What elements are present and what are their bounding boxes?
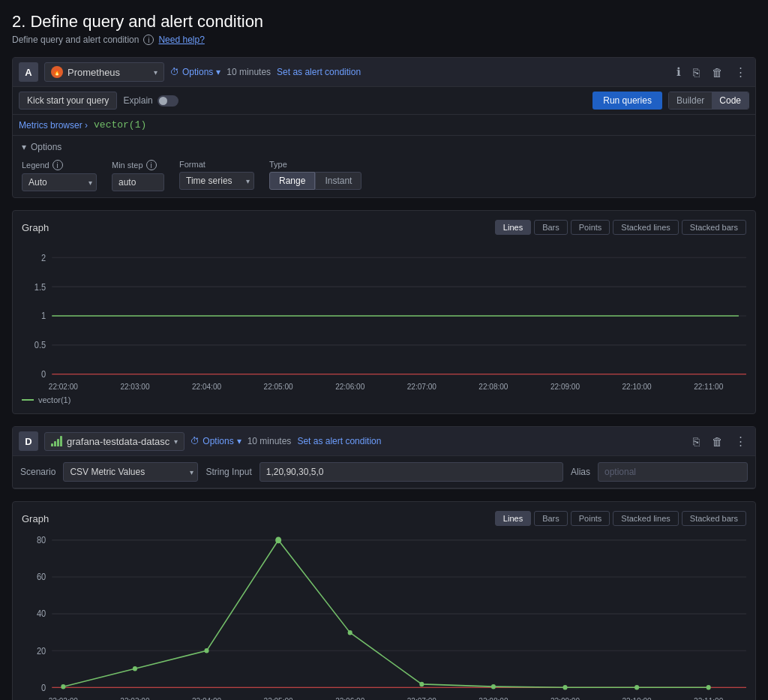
legend-select[interactable]: Auto Verbose bbox=[22, 173, 97, 191]
options-button-d[interactable]: ⏱ Options ▾ bbox=[190, 436, 241, 446]
toggle-knob bbox=[159, 97, 167, 105]
format-field: Format Time series Table bbox=[179, 160, 254, 190]
svg-point-46 bbox=[419, 682, 424, 687]
svg-text:22:08:00: 22:08:00 bbox=[478, 381, 508, 391]
graph-tab-bars-d[interactable]: Bars bbox=[534, 511, 568, 526]
more-btn-a[interactable]: ⋮ bbox=[732, 62, 749, 82]
explain-toggle: Explain bbox=[123, 95, 178, 107]
graph-tab-stacked-bars-a[interactable]: Stacked bars bbox=[682, 220, 746, 235]
minstep-input[interactable] bbox=[112, 173, 164, 191]
time-range-d: 10 minutes bbox=[248, 436, 292, 446]
svg-text:0.5: 0.5 bbox=[34, 340, 46, 350]
query-letter-d[interactable]: D bbox=[19, 431, 38, 451]
graph-type-tabs-d: Lines Bars Points Stacked lines Stacked … bbox=[495, 511, 746, 526]
copy-btn-d[interactable]: ⎘ bbox=[690, 432, 703, 451]
svg-text:0: 0 bbox=[41, 683, 46, 692]
query-input-a[interactable] bbox=[94, 119, 749, 131]
minstep-info-icon[interactable]: i bbox=[146, 160, 157, 170]
svg-point-41 bbox=[61, 684, 65, 689]
graph-tab-points-a[interactable]: Points bbox=[571, 220, 610, 235]
more-btn-d[interactable]: ⋮ bbox=[732, 431, 749, 451]
options-section-label: Options bbox=[31, 142, 62, 152]
graph-tab-stacked-bars-d[interactable]: Stacked bars bbox=[682, 511, 746, 526]
legend-info-icon[interactable]: i bbox=[52, 160, 63, 170]
set-alert-link-d[interactable]: Set as alert condition bbox=[297, 436, 381, 446]
grafana-testdata-icon bbox=[51, 436, 62, 446]
svg-text:22:03:00: 22:03:00 bbox=[120, 697, 149, 700]
options-grid: Legend i Auto Verbose Min step i F bbox=[22, 160, 746, 191]
copy-btn-a[interactable]: ⎘ bbox=[690, 63, 703, 82]
alias-label: Alias bbox=[571, 467, 590, 477]
svg-text:22:06:00: 22:06:00 bbox=[335, 381, 364, 391]
svg-point-43 bbox=[205, 648, 209, 653]
builder-code-tabs: Builder Code bbox=[668, 92, 749, 110]
graph-tab-stacked-lines-a[interactable]: Stacked lines bbox=[613, 220, 678, 235]
query-panel-a: A 🔥 Prometheus ▾ ⏱ Options ▾ 10 minutes … bbox=[12, 57, 756, 198]
options-section: ▾ Options Legend i Auto Verbose Min step bbox=[13, 136, 755, 197]
svg-text:22:09:00: 22:09:00 bbox=[550, 697, 580, 700]
graph-area-d: 80 60 40 20 0 22:02:00 22:03:00 22:04:00… bbox=[22, 532, 746, 700]
set-alert-link-a[interactable]: Set as alert condition bbox=[277, 67, 361, 77]
graph-tab-lines-a[interactable]: Lines bbox=[495, 220, 531, 235]
graph-area-a: 2 1.5 1 0.5 0 22:02:00 22:03:00 22:04:00… bbox=[22, 241, 746, 391]
svg-text:22:07:00: 22:07:00 bbox=[407, 697, 436, 700]
scenario-select[interactable]: CSV Metric Values Random Walk bbox=[63, 462, 198, 482]
graph-tab-stacked-lines-d[interactable]: Stacked lines bbox=[613, 511, 678, 526]
graph-tab-bars-a[interactable]: Bars bbox=[534, 220, 568, 235]
range-button[interactable]: Range bbox=[269, 172, 315, 190]
graph-type-tabs-a: Lines Bars Points Stacked lines Stacked … bbox=[495, 220, 746, 235]
code-tab[interactable]: Code bbox=[712, 92, 748, 109]
chevron-options-a: ▾ bbox=[216, 67, 220, 77]
svg-text:22:09:00: 22:09:00 bbox=[550, 381, 580, 391]
legend-field: Legend i Auto Verbose bbox=[22, 160, 97, 191]
info-icon[interactable]: i bbox=[143, 35, 154, 45]
format-select[interactable]: Time series Table bbox=[179, 172, 254, 190]
graph-tab-lines-d[interactable]: Lines bbox=[495, 511, 531, 526]
delete-btn-a[interactable]: 🗑 bbox=[709, 63, 726, 82]
svg-text:22:11:00: 22:11:00 bbox=[694, 381, 723, 391]
query-options-bar-d: ⏱ Options ▾ 10 minutes Set as alert cond… bbox=[190, 436, 684, 446]
options-button-a[interactable]: ⏱ Options ▾ bbox=[170, 67, 220, 77]
svg-text:22:05:00: 22:05:00 bbox=[264, 381, 293, 391]
datasource-name-d: grafana-testdata-datasc bbox=[67, 436, 170, 447]
metrics-browser-link[interactable]: Metrics browser bbox=[19, 120, 88, 131]
svg-text:22:10:00: 22:10:00 bbox=[622, 381, 652, 391]
query-toolbar-a: Kick start your query Explain Run querie… bbox=[13, 87, 755, 115]
graph-tab-points-d[interactable]: Points bbox=[571, 511, 610, 526]
options-chevron: ▾ bbox=[22, 142, 26, 152]
graph-title-d: Graph bbox=[22, 513, 49, 524]
svg-text:0: 0 bbox=[41, 369, 46, 380]
datasource-selector-a[interactable]: 🔥 Prometheus ▾ bbox=[44, 62, 164, 82]
explain-toggle-switch[interactable] bbox=[158, 95, 178, 107]
svg-text:22:10:00: 22:10:00 bbox=[622, 697, 652, 700]
builder-tab[interactable]: Builder bbox=[669, 92, 712, 109]
instant-button[interactable]: Instant bbox=[315, 172, 362, 190]
time-range-a: 10 minutes bbox=[226, 67, 271, 77]
scenario-label: Scenario bbox=[20, 467, 56, 477]
query-letter-a[interactable]: A bbox=[19, 62, 38, 82]
options-label-a: Options bbox=[182, 67, 213, 77]
delete-btn-d[interactable]: 🗑 bbox=[709, 432, 726, 451]
svg-point-44 bbox=[275, 537, 281, 544]
type-label: Type bbox=[269, 160, 362, 169]
string-input-field[interactable] bbox=[260, 462, 563, 482]
prometheus-icon: 🔥 bbox=[51, 66, 63, 78]
svg-text:20: 20 bbox=[37, 646, 46, 655]
minstep-field: Min step i bbox=[112, 160, 164, 191]
info-btn-a[interactable]: ℹ bbox=[674, 62, 684, 82]
svg-point-42 bbox=[133, 666, 137, 671]
datasource-selector-d[interactable]: grafana-testdata-datasc ▾ bbox=[44, 432, 184, 451]
need-help-link[interactable]: Need help? bbox=[158, 35, 204, 45]
query-header-d: D grafana-testdata-datasc ▾ ⏱ Options ▾ … bbox=[13, 427, 755, 456]
clock-icon-d: ⏱ bbox=[190, 436, 200, 446]
alias-input[interactable] bbox=[598, 462, 748, 482]
svg-point-50 bbox=[706, 685, 711, 690]
run-queries-button[interactable]: Run queries bbox=[592, 92, 662, 110]
scenario-select-wrapper: CSV Metric Values Random Walk bbox=[63, 462, 198, 482]
format-select-wrapper: Time series Table bbox=[179, 172, 254, 190]
kick-start-button[interactable]: Kick start your query bbox=[19, 92, 117, 110]
svg-text:22:05:00: 22:05:00 bbox=[264, 697, 293, 700]
graph-header-a: Graph Lines Bars Points Stacked lines St… bbox=[22, 220, 746, 235]
svg-text:22:04:00: 22:04:00 bbox=[192, 697, 221, 700]
options-header[interactable]: ▾ Options bbox=[22, 142, 746, 152]
